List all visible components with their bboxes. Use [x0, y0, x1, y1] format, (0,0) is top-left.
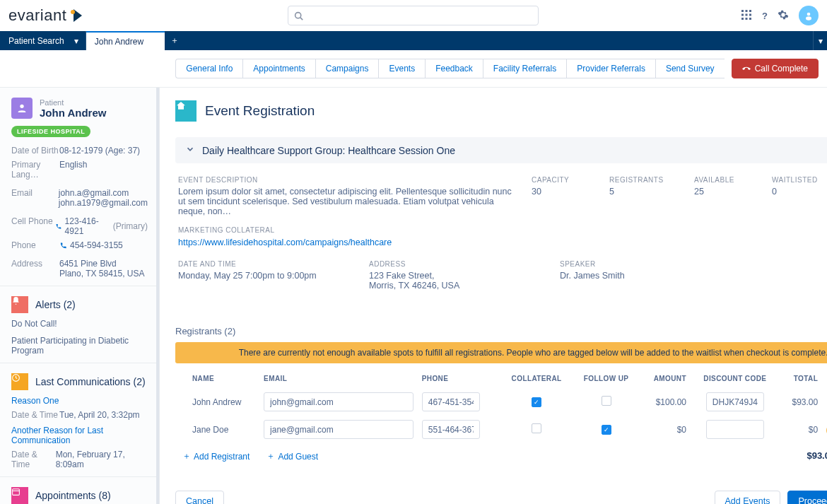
collateral-checkbox[interactable] — [532, 423, 541, 433]
help-icon[interactable]: ? — [762, 11, 768, 21]
main-content: Event Registration Daily Healthcare Supp… — [160, 88, 827, 504]
registrants-table: NAME EMAIL PHONE COLLATERAL FOLLOW UP AM… — [175, 369, 827, 443]
svg-rect-18 — [13, 489, 20, 496]
cell-phone-link[interactable]: 123-416-4921(Primary) — [55, 216, 148, 236]
event-panel-header[interactable]: Daily Healthcare Support Group: Healthca… — [175, 137, 827, 163]
tab-add[interactable]: ＋ — [165, 31, 184, 50]
svg-point-14 — [807, 13, 811, 16]
reg-name: John Andrew — [188, 388, 259, 416]
table-row: Jane Doe ✓ $0 $0 WAITLIST — [175, 416, 827, 443]
comm-reason-link[interactable]: Reason One — [11, 396, 148, 406]
alert-item: Do Not Call! — [11, 319, 148, 329]
nav-appointments[interactable]: Appointments — [242, 59, 315, 78]
discount-code-input[interactable] — [706, 420, 764, 439]
event-collateral-link[interactable]: https://www.lifesidehospital.com/campaig… — [178, 238, 392, 247]
patient-type-label: Patient — [40, 98, 106, 107]
global-search[interactable] — [288, 6, 539, 25]
svg-rect-7 — [741, 13, 744, 16]
event-heading: Daily Healthcare Support Group: Healthca… — [202, 145, 455, 156]
nav-events[interactable]: Events — [378, 59, 425, 78]
add-guest-link[interactable]: ＋Add Guest — [266, 450, 318, 462]
comms-title: Last Communications (2) — [35, 376, 146, 387]
event-available: 25 — [694, 187, 758, 197]
svg-point-17 — [13, 375, 20, 382]
cell-label: Cell Phone — [11, 216, 55, 236]
nav-general-info[interactable]: General Info — [175, 59, 242, 78]
sub-nav: General Info Appointments Campaigns Even… — [0, 50, 827, 88]
tab-patient-search[interactable]: Patient Search ▾ — [0, 31, 86, 50]
svg-marker-0 — [74, 9, 82, 22]
chevron-down-icon — [185, 144, 195, 156]
comms-icon — [11, 373, 28, 390]
tab-label: Patient Search — [8, 36, 64, 46]
appts-title: Appointments (8) — [35, 490, 111, 501]
patient-sidebar: Patient John Andrew LIFESIDE HOSPITAL Da… — [0, 88, 160, 504]
reg-phone-input[interactable] — [422, 420, 480, 439]
reg-total: $0 — [780, 416, 823, 443]
tab-label: John Andrew — [95, 37, 143, 47]
search-icon — [294, 11, 303, 20]
brand-logo: evariant — [8, 6, 85, 25]
gear-icon[interactable] — [778, 9, 789, 23]
addr-line1: 6451 Pine Blvd — [59, 259, 145, 269]
brand-name: evariant — [8, 6, 66, 25]
event-registrants: 5 — [609, 187, 680, 197]
discount-code-input[interactable] — [706, 392, 764, 411]
nav-campaigns[interactable]: Campaigns — [315, 59, 379, 78]
svg-point-15 — [806, 16, 811, 20]
followup-checkbox[interactable]: ✓ — [602, 425, 611, 435]
event-datetime: Monday, May 25 7:00pm to 9:00pm — [178, 271, 355, 281]
search-input[interactable] — [307, 11, 532, 20]
dob-value: 08-12-1979 (Age: 37) — [59, 146, 140, 156]
apps-icon[interactable] — [741, 9, 752, 23]
nav-feedback[interactable]: Feedback — [425, 59, 483, 78]
reg-phone-input[interactable] — [422, 392, 480, 411]
svg-rect-8 — [746, 13, 748, 16]
appointments-icon — [11, 487, 28, 504]
phone-icon — [59, 242, 67, 250]
svg-rect-6 — [749, 10, 751, 12]
patient-icon — [11, 98, 33, 119]
tab-bar: Patient Search ▾ John Andrew ＋ ▾ — [0, 31, 827, 50]
registrants-title: Registrants (2) — [175, 326, 827, 336]
top-bar: evariant ? — [0, 0, 827, 31]
user-avatar[interactable] — [799, 6, 819, 25]
button-label: Call Complete — [755, 64, 808, 74]
proceed-checkout-button[interactable]: Proceed to Checkout — [787, 491, 827, 504]
tab-overflow[interactable]: ▾ — [813, 31, 827, 50]
grand-total: $93.00 — [325, 443, 827, 461]
reg-email-input[interactable] — [264, 392, 414, 411]
svg-rect-12 — [749, 18, 751, 20]
add-events-button[interactable]: Add Events — [715, 491, 781, 504]
phone-icon — [55, 223, 61, 230]
svg-point-13 — [804, 11, 813, 20]
nav-send-survey[interactable]: Send Survey — [655, 59, 725, 78]
event-registration-icon — [175, 100, 197, 122]
waitlist-warning: There are currently not enough available… — [175, 342, 827, 363]
table-row: John Andrew ✓ $100.00 $93.00 — [175, 388, 827, 416]
svg-rect-4 — [741, 10, 744, 12]
alerts-title: Alerts (2) — [35, 299, 76, 310]
event-speaker: Dr. James Smith — [560, 271, 827, 281]
svg-rect-11 — [746, 18, 748, 20]
cancel-button[interactable]: Cancel — [175, 491, 224, 504]
lang-value: English — [59, 160, 87, 180]
collateral-checkbox[interactable]: ✓ — [532, 397, 541, 407]
followup-checkbox[interactable] — [602, 396, 611, 406]
brand-mark-icon — [69, 8, 85, 23]
event-desc: Lorem ipsum dolor sit amet, consectetur … — [178, 187, 517, 216]
tab-active-patient[interactable]: John Andrew — [86, 31, 165, 50]
event-collateral-label: MARKETING COLLATERAL — [178, 226, 517, 234]
scrollbar[interactable] — [156, 88, 159, 504]
comm-reason-link[interactable]: Another Reason for Last Communication — [11, 426, 148, 445]
svg-line-3 — [300, 17, 303, 19]
email-value-1: john.a@gmail.com — [59, 188, 148, 198]
nav-provider-referrals[interactable]: Provider Referrals — [566, 59, 655, 78]
phone-link[interactable]: 454-594-3155 — [59, 240, 123, 250]
call-complete-button[interactable]: Call Complete — [732, 59, 819, 78]
reg-total: $93.00 — [780, 388, 823, 416]
reg-email-input[interactable] — [264, 420, 414, 439]
add-registrant-link[interactable]: ＋Add Registrant — [182, 450, 250, 462]
addr-label: Address — [11, 259, 59, 279]
nav-facility-referrals[interactable]: Facility Referrals — [483, 59, 566, 78]
